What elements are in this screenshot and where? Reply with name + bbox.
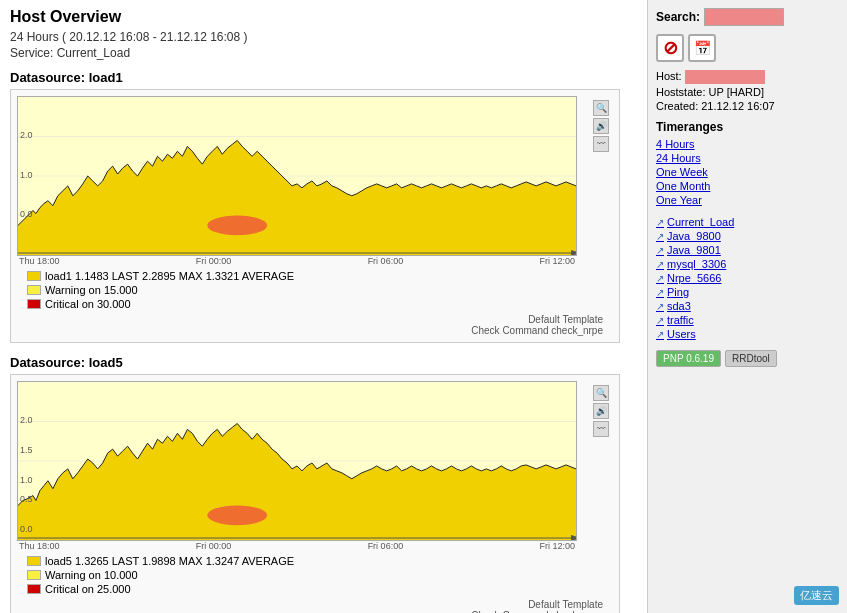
search-row: Search:: [656, 8, 839, 26]
svg-text:1.5: 1.5: [20, 445, 32, 455]
ext-icon: ↗: [656, 245, 664, 256]
legend1-color2: [27, 285, 41, 295]
legend2-color1: [27, 556, 41, 566]
no-icon-button[interactable]: ⊘: [656, 34, 684, 62]
ext-icon: ↗: [656, 231, 664, 242]
chart1-xaxis: Thu 18:00Fri 00:00Fri 06:00Fri 12:00: [17, 256, 577, 266]
svg-text:0.0: 0.0: [20, 524, 32, 534]
ext-icon: ↗: [656, 217, 664, 228]
service-link-java9800[interactable]: ↗Java_9800: [656, 230, 839, 242]
hoststate-row: Hoststate: UP [HARD]: [656, 86, 839, 98]
service-links: ↗Current_Load ↗Java_9800 ↗Java_9801 ↗mys…: [656, 216, 839, 340]
page-service: Service: Current_Load: [10, 46, 637, 60]
svg-point-4: [207, 216, 267, 236]
host-value: [685, 70, 765, 84]
chart2-tools[interactable]: 🔍 🔊 〰: [593, 385, 609, 437]
timerange-1m[interactable]: One Month: [656, 180, 839, 192]
host-info: Host: Hoststate: UP [HARD] Created: 21.1…: [656, 70, 839, 112]
host-row: Host:: [656, 70, 839, 84]
service-link-mysql[interactable]: ↗mysql_3306: [656, 258, 839, 270]
rrdtool-badge: RRDtool: [725, 350, 777, 367]
legend1-color3: [27, 299, 41, 309]
service-link-nrpe[interactable]: ↗Nrpe_5666: [656, 272, 839, 284]
ext-icon: ↗: [656, 329, 664, 340]
legend2-critical: Critical on 25.000: [45, 583, 131, 595]
legend2-text1: load5 1.3265 LAST 1.9898 MAX 1.3247 AVER…: [45, 555, 294, 567]
service-link-users[interactable]: ↗Users: [656, 328, 839, 340]
ext-icon: ↗: [656, 287, 664, 298]
timerange-1y[interactable]: One Year: [656, 194, 839, 206]
chart2-wave-icon[interactable]: 〰: [593, 421, 609, 437]
chart2-container: 2.0 1.5 1.0 0.5 0.0 Thu 18:00Fri 00:00Fr…: [10, 374, 620, 613]
page-subtitle: 24 Hours ( 20.12.12 16:08 - 21.12.12 16:…: [10, 30, 637, 44]
ext-icon: ↗: [656, 273, 664, 284]
timerange-1w[interactable]: One Week: [656, 166, 839, 178]
sidebar: Search: ⊘ 📅 Host: Hoststate: UP [HARD] C…: [647, 0, 847, 613]
no-icon: ⊘: [663, 37, 678, 59]
search-label: Search:: [656, 10, 700, 24]
svg-text:0.0: 0.0: [20, 210, 32, 220]
legend1-warning: Warning on 15.000: [45, 284, 138, 296]
service-link-java9801[interactable]: ↗Java_9801: [656, 244, 839, 256]
chart1-zoom-icon[interactable]: 🔍: [593, 100, 609, 116]
chart2-xaxis: Thu 18:00Fri 00:00Fri 06:00Fri 12:00: [17, 541, 577, 551]
chart2-footer: Default Template Check Command check_nrp…: [17, 599, 613, 613]
footer-badges: PNP 0.6.19 RRDtool: [656, 350, 839, 367]
calendar-icon: 📅: [694, 40, 711, 56]
host-label: Host:: [656, 70, 682, 82]
legend1-text1: load1 1.1483 LAST 2.2895 MAX 1.3321 AVER…: [45, 270, 294, 282]
datasource1-label: Datasource: load1: [10, 70, 637, 85]
page-title: Host Overview: [10, 8, 637, 26]
chart1-legend: load1 1.1483 LAST 2.2895 MAX 1.3321 AVER…: [17, 270, 613, 310]
svg-text:2.0: 2.0: [20, 416, 32, 426]
chart1-footer: Default Template Check Command check_nrp…: [17, 314, 613, 336]
ext-icon: ↗: [656, 301, 664, 312]
svg-text:0.5: 0.5: [20, 495, 32, 505]
service-link-traffic[interactable]: ↗traffic: [656, 314, 839, 326]
pnp-badge: PNP 0.6.19: [656, 350, 721, 367]
timerange-24h[interactable]: 24 Hours: [656, 152, 839, 164]
svg-text:1.0: 1.0: [20, 475, 32, 485]
datasource2-label: Datasource: load5: [10, 355, 637, 370]
watermark: 亿速云: [794, 586, 839, 605]
svg-text:1.0: 1.0: [20, 170, 32, 180]
chart2-legend: load5 1.3265 LAST 1.9898 MAX 1.3247 AVER…: [17, 555, 613, 595]
chart1-tools[interactable]: 🔍 🔊 〰: [593, 100, 609, 152]
search-input[interactable]: [704, 8, 784, 26]
legend2-color2: [27, 570, 41, 580]
chart1-area: 2.0 1.0 0.0: [17, 96, 577, 256]
chart2-zoom-icon[interactable]: 🔍: [593, 385, 609, 401]
service-link-ping[interactable]: ↗Ping: [656, 286, 839, 298]
chart2-audio-icon[interactable]: 🔊: [593, 403, 609, 419]
created-row: Created: 21.12.12 16:07: [656, 100, 839, 112]
sidebar-icons: ⊘ 📅: [656, 34, 839, 62]
chart1-wave-icon[interactable]: 〰: [593, 136, 609, 152]
timerange-4h[interactable]: 4 Hours: [656, 138, 839, 150]
ext-icon: ↗: [656, 259, 664, 270]
legend1-color1: [27, 271, 41, 281]
chart2-area: 2.0 1.5 1.0 0.5 0.0: [17, 381, 577, 541]
ext-icon: ↗: [656, 315, 664, 326]
timeranges-title: Timeranges: [656, 120, 839, 134]
legend1-critical: Critical on 30.000: [45, 298, 131, 310]
legend2-color3: [27, 584, 41, 594]
service-link-sda3[interactable]: ↗sda3: [656, 300, 839, 312]
chart1-audio-icon[interactable]: 🔊: [593, 118, 609, 134]
calendar-icon-button[interactable]: 📅: [688, 34, 716, 62]
service-link-currentload[interactable]: ↗Current_Load: [656, 216, 839, 228]
svg-point-14: [207, 505, 267, 525]
chart1-container: 2.0 1.0 0.0 Thu 18:00Fri 00:00Fri 06:00F…: [10, 89, 620, 343]
timeranges-section: Timeranges 4 Hours 24 Hours One Week One…: [656, 120, 839, 206]
legend2-warning: Warning on 10.000: [45, 569, 138, 581]
svg-text:2.0: 2.0: [20, 131, 32, 141]
timeranges-links: 4 Hours 24 Hours One Week One Month One …: [656, 138, 839, 206]
